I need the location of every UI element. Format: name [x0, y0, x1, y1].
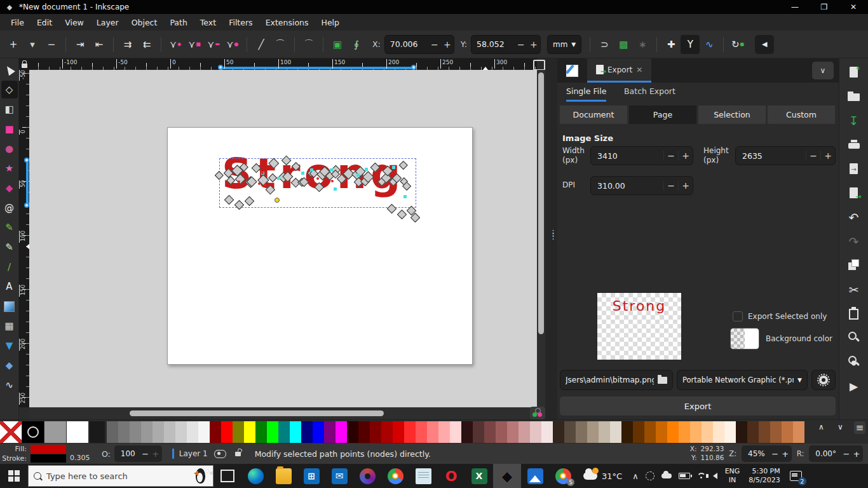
- cut-icon[interactable]: ✂: [846, 282, 862, 297]
- restore-button[interactable]: ❐: [810, 0, 839, 14]
- rotation-increment-button[interactable]: +: [851, 449, 862, 459]
- taskbar-app-chrome-profile[interactable]: S: [549, 464, 577, 488]
- background-color-swatch[interactable]: [730, 328, 759, 349]
- palette-swatch[interactable]: [210, 421, 221, 443]
- selector-tool[interactable]: [1, 61, 18, 79]
- star-tool[interactable]: ★: [1, 159, 18, 177]
- palette-swatch[interactable]: [519, 421, 530, 443]
- palette-swatch[interactable]: [130, 421, 141, 443]
- export-selected-checkbox[interactable]: [733, 311, 743, 322]
- filename-field[interactable]: Jsers\admin\bitmap.png: [560, 370, 673, 390]
- eraser-tool[interactable]: ◆: [1, 356, 18, 374]
- palette-swatch[interactable]: [621, 421, 633, 443]
- palette-swatch[interactable]: [244, 421, 255, 443]
- menu-help[interactable]: Help: [316, 16, 346, 29]
- swatch-gray[interactable]: [44, 421, 66, 443]
- area-button-page[interactable]: Page: [629, 105, 697, 124]
- dock-collapse-button[interactable]: ∨: [812, 62, 834, 79]
- palette-swatch[interactable]: [461, 421, 473, 443]
- stroke-to-path-icon[interactable]: ∮: [347, 35, 366, 54]
- node-tool[interactable]: ◇: [1, 81, 18, 98]
- palette-swatch[interactable]: [118, 421, 130, 443]
- box-3d-tool[interactable]: ◆: [1, 179, 18, 197]
- palette-swatch[interactable]: [702, 421, 713, 443]
- tab-batch-export[interactable]: Batch Export: [624, 86, 675, 100]
- rotation-field[interactable]: 0.00° − +: [809, 445, 863, 462]
- width-field[interactable]: 3410 − +: [590, 146, 693, 165]
- path-outline-icon[interactable]: ∿: [700, 35, 719, 54]
- palette-swatch[interactable]: [164, 421, 175, 443]
- redo-icon[interactable]: ↷: [846, 234, 862, 249]
- insert-node-icon[interactable]: +: [4, 35, 23, 54]
- layer-lock-icon[interactable]: [235, 452, 241, 456]
- palette-scroll-down-icon[interactable]: ∨: [837, 423, 843, 431]
- insert-node-menu-icon[interactable]: ▾: [23, 35, 42, 54]
- expand-icon[interactable]: ▶: [846, 379, 862, 394]
- smooth-node-icon[interactable]: ⋎■: [185, 35, 204, 54]
- palette-swatch[interactable]: [724, 421, 736, 443]
- delete-segment-icon[interactable]: ⇇: [137, 35, 156, 54]
- palette-swatch[interactable]: [438, 421, 450, 443]
- dpi-field[interactable]: 310.00 − +: [590, 176, 693, 195]
- zoom-selection-icon[interactable]: [846, 330, 862, 346]
- mesh-tool[interactable]: ▦: [1, 317, 18, 335]
- height-field[interactable]: 2635 − +: [735, 146, 836, 165]
- height-decrement-button[interactable]: −: [806, 151, 820, 161]
- zoom-field[interactable]: 45% − +: [742, 445, 792, 462]
- palette-swatch[interactable]: [370, 421, 381, 443]
- edit-mask-icon[interactable]: ▩: [614, 35, 633, 54]
- palette-swatch[interactable]: [496, 421, 507, 443]
- palette-menu-icon[interactable]: ≡: [854, 421, 865, 434]
- menu-file[interactable]: File: [5, 16, 30, 29]
- y-increment-button[interactable]: +: [527, 39, 540, 50]
- palette-swatch[interactable]: [747, 421, 759, 443]
- symmetric-node-icon[interactable]: ⋎▬: [204, 35, 223, 54]
- palette-swatch[interactable]: [541, 421, 553, 443]
- x-increment-button[interactable]: +: [441, 39, 454, 50]
- area-button-selection[interactable]: Selection: [698, 105, 766, 124]
- taskbar-app-task-view[interactable]: [214, 464, 241, 488]
- palette-swatch[interactable]: [610, 421, 621, 443]
- paint-bucket-tool[interactable]: ∿: [1, 376, 18, 394]
- palette-swatch[interactable]: [381, 421, 393, 443]
- show-handles-icon[interactable]: Y: [681, 35, 700, 54]
- palette-swatch[interactable]: [473, 421, 484, 443]
- palette-swatch[interactable]: [484, 421, 496, 443]
- export-settings-button[interactable]: [811, 370, 836, 390]
- palette-swatch[interactable]: [255, 421, 267, 443]
- layer-visibility-eye-icon[interactable]: [214, 450, 226, 458]
- y-coordinate-field[interactable]: 58.052 − +: [471, 35, 541, 54]
- palette-swatch[interactable]: [759, 421, 770, 443]
- import-pages-icon[interactable]: →: [846, 161, 862, 177]
- taskbar-app-inkscape[interactable]: ◆: [493, 464, 521, 488]
- x-decrement-button[interactable]: −: [428, 39, 441, 50]
- taskbar-app-notepad[interactable]: [409, 464, 437, 488]
- tab-export[interactable]: Export ✕: [587, 58, 651, 83]
- palette-swatch[interactable]: [393, 421, 404, 443]
- undo-icon[interactable]: ↶: [846, 210, 862, 225]
- make-line-icon[interactable]: ╱: [252, 35, 271, 54]
- wifi-icon[interactable]: [697, 473, 706, 479]
- palette-swatch[interactable]: [507, 421, 519, 443]
- y-decrement-button[interactable]: −: [515, 39, 527, 50]
- break-nodes-icon[interactable]: ⇤: [90, 35, 109, 54]
- next-lpe-param-icon[interactable]: ∗: [633, 35, 652, 54]
- palette-swatch[interactable]: [187, 421, 198, 443]
- palette-swatch[interactable]: [233, 421, 244, 443]
- palette-swatch[interactable]: [793, 421, 804, 443]
- join-with-segment-icon[interactable]: ⇉: [118, 35, 137, 54]
- palette-swatch[interactable]: [770, 421, 782, 443]
- dpi-decrement-button[interactable]: −: [663, 180, 678, 191]
- canvas[interactable]: Strong: [29, 70, 537, 407]
- stroke-color-swatch[interactable]: [31, 454, 66, 463]
- width-decrement-button[interactable]: −: [663, 151, 678, 161]
- tab-single-file[interactable]: Single File: [566, 86, 606, 102]
- text-tool[interactable]: A: [1, 278, 18, 295]
- palette-swatch[interactable]: [713, 421, 724, 443]
- dropper-tool[interactable]: ▼: [1, 337, 18, 355]
- delete-node-icon[interactable]: −: [42, 35, 61, 54]
- shape-builder-tool[interactable]: ◧: [1, 100, 18, 118]
- width-increment-button[interactable]: +: [678, 151, 693, 161]
- palette-swatch[interactable]: [553, 421, 564, 443]
- edit-clip-icon[interactable]: ⊃: [595, 35, 614, 54]
